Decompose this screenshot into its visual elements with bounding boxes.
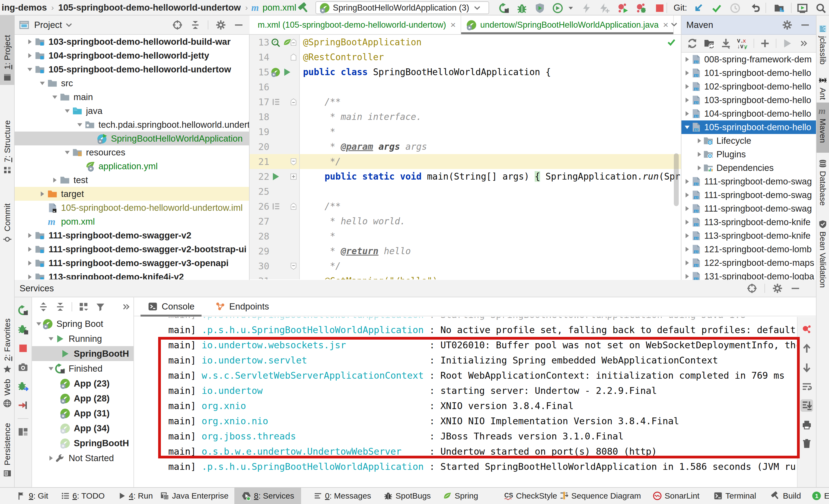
maven-tree-item[interactable]: m111-springboot-demo-swag	[681, 202, 816, 215]
stripe-button-1-project[interactable]: 1: Project	[0, 15, 15, 85]
editor-line[interactable]: 20 * @param args args	[250, 139, 681, 154]
statusbar-item-java-enterprise[interactable]: EEJava Enterprise	[160, 488, 228, 504]
bean-preview-icon[interactable]	[271, 37, 281, 47]
project-tree-item[interactable]: resources	[15, 145, 249, 159]
close-icon[interactable]: ×	[450, 20, 456, 30]
expand-all-button[interactable]	[38, 301, 49, 312]
chevron-collapsed-icon[interactable]	[25, 272, 34, 280]
hide-button[interactable]	[233, 20, 244, 30]
project-tree-item[interactable]: mpom.xml	[15, 215, 249, 228]
maven-tree-item[interactable]: m105-springboot-demo-hello	[681, 120, 816, 134]
stripe-button-7-structure[interactable]: 7: Structure	[0, 104, 15, 178]
search-everywhere-button[interactable]	[815, 2, 827, 14]
editor-tab[interactable]: m.xml (105-springboot-demo-helloworld-un…	[250, 15, 461, 34]
add-maven-project-button[interactable]	[759, 37, 771, 49]
fold-marker-minus[interactable]	[289, 202, 297, 211]
services-tree-item[interactable]: Finished	[32, 361, 134, 376]
stripe-button-maven[interactable]: mMaven	[817, 103, 829, 153]
layout-button[interactable]	[17, 426, 29, 438]
maven-tree-item[interactable]: m008-spring-framework-dem	[681, 52, 816, 66]
maven-tree-item[interactable]: Plugins	[681, 148, 816, 161]
services-tree-item[interactable]: Not Started	[32, 451, 134, 466]
maven-tree-item[interactable]: Dependencies	[681, 161, 816, 175]
run-triangle-icon[interactable]	[282, 67, 292, 77]
statusbar-item-9-git[interactable]: 9: Git	[17, 488, 48, 504]
editor-line[interactable]: 21 */	[250, 154, 681, 169]
git-update-button[interactable]	[692, 2, 704, 14]
chevron-collapsed-icon[interactable]	[25, 245, 34, 254]
editor-line[interactable]: 27 * hello world.	[250, 214, 681, 229]
chevron-expanded-icon[interactable]	[63, 148, 72, 157]
chevron-collapsed-icon[interactable]	[684, 232, 691, 239]
coverage-button[interactable]	[534, 2, 546, 14]
project-tree-item[interactable]: java	[15, 104, 249, 118]
debug-button[interactable]	[516, 2, 528, 14]
editor-line[interactable]: 26 /**	[250, 199, 681, 214]
maven-tree-item[interactable]: m131-springboot-demo-logba	[681, 269, 816, 280]
project-tree-item[interactable]: test	[15, 173, 249, 187]
project-tree-item[interactable]: 113-springboot-demo-knife4j-v2	[15, 270, 249, 279]
fold-marker-minus[interactable]	[289, 98, 297, 106]
git-history-button[interactable]	[729, 2, 741, 14]
doc-render-icon[interactable]	[271, 202, 281, 211]
statusbar-item-sonarlint[interactable]: SonarLint	[653, 488, 699, 504]
rerun-button[interactable]	[17, 304, 29, 316]
tab-overflow-chevron[interactable]	[670, 20, 678, 29]
breadcrumb-item[interactable]: 105-springboot-demo-helloworld-undertow	[58, 2, 241, 13]
project-tree-item[interactable]: SpringBootHelloWorldApplication	[15, 132, 249, 145]
stop-button[interactable]	[17, 342, 29, 354]
project-tree-item[interactable]: main	[15, 90, 249, 104]
chevron-collapsed-icon[interactable]	[684, 219, 691, 226]
git-rollback-button[interactable]	[749, 2, 761, 14]
hotspots-button[interactable]	[800, 323, 813, 336]
chevron-expanded-icon[interactable]	[47, 335, 55, 342]
services-tree-item[interactable]: App (28)	[32, 391, 134, 406]
project-tree-item[interactable]: tech.pdai.springboot.helloworld.undert	[15, 118, 249, 132]
detach-button[interactable]	[17, 399, 29, 411]
tab-endpoints[interactable]: Endpoints	[208, 297, 276, 316]
services-tree-item[interactable]: SpringBootH	[32, 346, 134, 361]
download-sources-button[interactable]	[720, 37, 732, 49]
project-tree-item[interactable]: target	[15, 187, 249, 201]
true[interactable]	[65, 21, 73, 29]
thread-dump-button[interactable]	[17, 361, 29, 373]
editor-scrollbar-thumb[interactable]	[674, 153, 679, 206]
services-tree-item[interactable]: Spring Boot	[32, 316, 134, 331]
rerun-debug-button[interactable]	[17, 323, 29, 335]
chevron-collapsed-icon[interactable]	[684, 110, 691, 117]
fold-marker-minus[interactable]	[289, 38, 297, 46]
chevron-expanded-icon[interactable]	[63, 106, 72, 115]
chevron-collapsed-icon[interactable]	[696, 137, 703, 144]
collapse-all-button[interactable]	[55, 301, 66, 312]
stop-button[interactable]	[654, 2, 666, 14]
chevron-collapsed-icon[interactable]	[684, 178, 691, 185]
chevron-expanded-icon[interactable]	[25, 65, 34, 74]
statusbar-item-spring[interactable]: Spring	[442, 488, 478, 504]
editor-line[interactable]: 13@SpringBootApplication	[250, 35, 681, 50]
fold-marker-pill[interactable]	[289, 53, 297, 61]
breadcrumb-item[interactable]: ing-demos	[2, 2, 47, 13]
chevron-expanded-icon[interactable]	[684, 124, 691, 131]
stripe-button-bean-validation[interactable]: Bean Validation	[817, 216, 829, 301]
hotswap-debug-button[interactable]	[599, 2, 610, 14]
project-tree-item[interactable]: 111-springboot-demo-swagger-v3-openapi	[15, 256, 249, 270]
project-tree-item[interactable]: 111-springboot-demo-swagger-v2	[15, 228, 249, 242]
editor-line[interactable]: 22 public static void main(String[] args…	[250, 169, 681, 184]
chevron-collapsed-icon[interactable]	[684, 83, 691, 90]
editor-line[interactable]: 15public class SpringBootHelloWorldAppli…	[250, 65, 681, 79]
settings-button[interactable]	[772, 283, 783, 294]
tab-console[interactable]: Console	[141, 297, 202, 316]
stripe-button-2-favorites[interactable]: 2: Favorites	[0, 303, 15, 376]
maven-tree-item[interactable]: m111-springboot-demo-swag	[681, 188, 816, 202]
collapse-all-button[interactable]	[190, 20, 201, 30]
maven-tree-item[interactable]: m122-springboot-demo-maps	[681, 256, 816, 269]
show-versions-button[interactable]: V.x↓V.y	[737, 37, 749, 49]
services-tree-item[interactable]: SpringBootH	[32, 436, 134, 451]
locate-button[interactable]	[747, 283, 757, 294]
chevron-collapsed-icon[interactable]	[684, 97, 691, 104]
hotswap-button[interactable]	[580, 2, 592, 14]
diff-button[interactable]	[773, 2, 785, 14]
stripe-button-commit[interactable]: Commit	[0, 190, 15, 247]
statusbar-item-spotbugs[interactable]: SpotBugs	[384, 488, 431, 504]
statusbar-item-0-messages[interactable]: 0: Messages	[314, 488, 371, 504]
